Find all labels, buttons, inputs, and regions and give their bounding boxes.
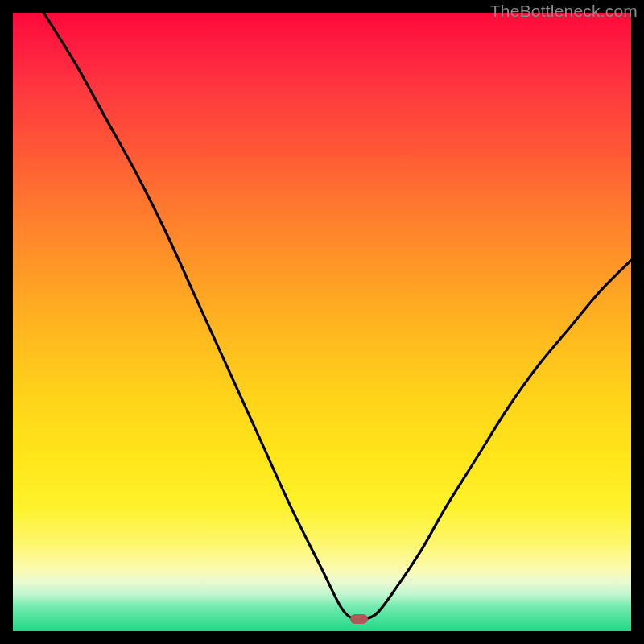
chart-frame: TheBottleneck.com <box>0 0 644 644</box>
watermark-text: TheBottleneck.com <box>490 2 638 21</box>
plot-area <box>13 13 631 631</box>
optimal-point-marker <box>350 614 368 624</box>
bottleneck-curve <box>13 13 631 631</box>
